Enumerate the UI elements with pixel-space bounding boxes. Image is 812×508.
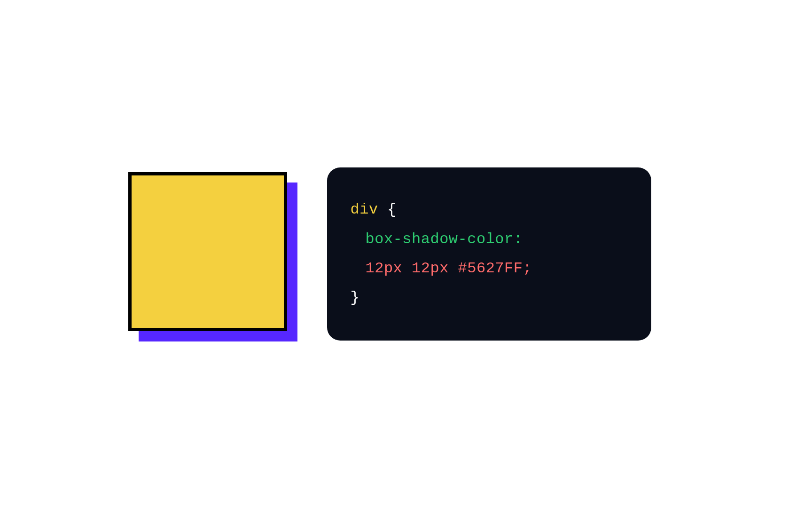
- code-line-1: div {: [351, 195, 628, 224]
- code-panel: div { box-shadow-color: 12px 12px #5627F…: [327, 167, 651, 341]
- code-brace-close: }: [351, 289, 360, 306]
- code-brace-open: {: [378, 201, 397, 218]
- code-property: box-shadow-color:: [366, 230, 523, 248]
- code-line-2: box-shadow-color:: [351, 225, 628, 254]
- code-value: 12px 12px #5627FF;: [366, 260, 532, 277]
- code-line-3: 12px 12px #5627FF;: [351, 254, 628, 283]
- demo-box: [128, 172, 287, 331]
- code-selector: div: [351, 201, 378, 218]
- code-line-4: }: [351, 283, 628, 312]
- example-container: div { box-shadow-color: 12px 12px #5627F…: [128, 167, 651, 341]
